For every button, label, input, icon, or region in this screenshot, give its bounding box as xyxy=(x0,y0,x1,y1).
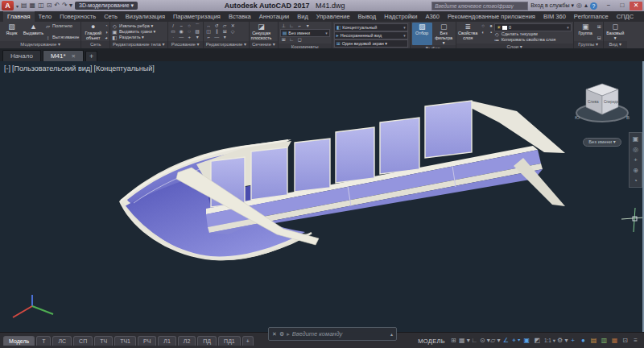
app-menu-button[interactable]: A xyxy=(2,1,14,10)
ucs-more-icon[interactable]: ▾ xyxy=(304,23,312,29)
spline-icon[interactable]: — xyxy=(178,35,185,40)
ungroup-icon[interactable]: ⊟ xyxy=(597,35,601,40)
panel-modeling-label[interactable]: Моделирование ▾ xyxy=(0,41,80,48)
window-panel[interactable] xyxy=(380,118,419,174)
ucs-name-dropdown[interactable]: ▤ Без имени ▾ xyxy=(280,29,330,37)
match-layer-button[interactable]: ≔ Копировать свойства слоя xyxy=(494,37,572,43)
ribbon-tab[interactable]: Аннотации xyxy=(255,11,294,22)
pan-icon[interactable]: ◎ xyxy=(633,146,638,153)
panel-section-label[interactable]: Сечение ▾ xyxy=(250,41,278,48)
ribbon-tab[interactable]: Главная xyxy=(3,11,35,22)
signin-button[interactable]: Вход в службы ▾ xyxy=(530,2,574,9)
group-button[interactable]: ▣ Группа xyxy=(576,23,596,41)
panel-mesh-label[interactable]: Сеть xyxy=(81,41,109,48)
zoom-icon[interactable]: + xyxy=(634,156,638,164)
ribbon-tab[interactable]: СПДС xyxy=(613,11,638,22)
ribbon-tab[interactable]: Рекомендованные приложения xyxy=(444,11,539,22)
file-tab-start[interactable]: Начало xyxy=(2,50,41,61)
orbit-icon[interactable]: ⊕ xyxy=(633,167,638,174)
window-panel[interactable] xyxy=(295,139,330,192)
viewport-view-control[interactable]: [Пользовательский вид] xyxy=(12,64,92,72)
ribbon-tab[interactable]: Performance xyxy=(570,11,613,22)
draw-more-icon[interactable]: ▾ xyxy=(194,35,201,40)
command-line[interactable]: ✕ ⚙ ▸ Введите команду ▴ xyxy=(268,327,397,341)
minimize-button[interactable]: − xyxy=(602,2,615,10)
save-icon[interactable]: ◫ xyxy=(38,1,44,10)
qnew-icon[interactable]: ▤ xyxy=(21,1,27,10)
trim-icon[interactable]: ▱ xyxy=(221,23,229,29)
panel-solid-editing-label[interactable]: Редактирование тела ▾ xyxy=(110,41,167,48)
layout-tab[interactable]: ЛС xyxy=(52,336,72,346)
viewport-style-control[interactable]: [Концептуальный] xyxy=(93,64,154,72)
separate-button[interactable]: ◧ Разделить ▾ xyxy=(112,35,155,40)
hardware-acceleration-icon[interactable]: ● xyxy=(578,334,588,348)
ribbon-tab[interactable]: Надстройки xyxy=(380,11,421,22)
copy-icon[interactable]: ◫ xyxy=(205,29,213,35)
capture-icon[interactable]: ▥ xyxy=(599,334,609,348)
array-icon[interactable]: ⊞ xyxy=(221,29,229,35)
move-icon[interactable]: ↔ xyxy=(205,23,213,29)
ellipse-icon[interactable]: ◉ xyxy=(178,29,185,35)
ribbon-tab[interactable]: Поверхность xyxy=(56,11,100,22)
mesh-crease-icon[interactable]: ◑ xyxy=(105,30,108,35)
new-drawing-button[interactable]: + xyxy=(85,51,97,61)
viewcube[interactable]: Ю В Слева Спереди Без имени ▾ xyxy=(568,79,636,147)
dynamic-input-icon[interactable]: ▣ xyxy=(522,334,532,348)
mesh-refine-icon[interactable]: ◔ xyxy=(105,23,108,28)
polysolid-button[interactable]: ▱ Политело xyxy=(45,23,79,29)
arc-icon[interactable]: ⌒ xyxy=(194,23,201,29)
panel-view-base-label[interactable]: Вид ▾ xyxy=(604,41,627,48)
offset-icon[interactable]: ⌐ xyxy=(205,35,213,40)
panel-modify-label[interactable]: Редактирование ▾ xyxy=(204,41,249,48)
grid-icon[interactable]: ⊞ xyxy=(448,334,459,348)
layout-tab[interactable]: Л1 xyxy=(158,336,176,346)
ucs-icon[interactable]: ⊥ xyxy=(280,23,287,29)
workspace-switching-icon[interactable]: ⚙ ▾ xyxy=(557,334,568,348)
command-close-icon[interactable]: ✕ xyxy=(272,331,277,338)
ribbon-tab[interactable]: BIM 360 xyxy=(539,11,570,22)
exchange-apps-icon[interactable]: ◎ xyxy=(576,1,582,10)
ribbon-tab[interactable]: Вставка xyxy=(225,11,255,22)
named-view-dropdown[interactable]: ▸ Несохраненный вид ▾ xyxy=(334,31,408,39)
viewport-minimize-control[interactable]: [-] xyxy=(4,64,10,72)
workspace-dropdown[interactable]: 3D-моделирование ▾ xyxy=(75,2,138,10)
ucs-world-icon[interactable]: ∟ xyxy=(288,23,295,29)
drawing-canvas[interactable]: [-] [Пользовательский вид] [Концептуальн… xyxy=(0,61,644,332)
command-input[interactable]: Введите команду xyxy=(292,330,388,338)
isodraft-icon[interactable]: ▱ ▾ xyxy=(490,334,501,348)
layout-tab-model[interactable]: Модель xyxy=(3,336,35,346)
rectangle-icon[interactable]: ▭ xyxy=(170,29,177,35)
model-space-label[interactable]: МОДЕЛЬ xyxy=(418,338,445,345)
section-plane-button[interactable]: ◪ Секущая плоскость xyxy=(251,23,271,41)
layout-tab[interactable]: ПД1 xyxy=(218,336,241,346)
extrude-button[interactable]: ▲ Выдавить xyxy=(23,23,43,41)
mesh-more-icon[interactable]: ◕ xyxy=(105,35,108,40)
smooth-object-button[interactable]: ● Гладкий объект xyxy=(83,23,103,41)
visual-style-dropdown[interactable]: ◧ Концептуальный ▾ xyxy=(334,23,408,31)
app-menu-arrow-icon[interactable]: ▾ xyxy=(16,3,19,9)
ribbon-tab[interactable]: Вывод xyxy=(354,11,381,22)
presspull-button[interactable]: ↕ Вытягивание xyxy=(45,35,79,40)
compass-east-label[interactable]: В xyxy=(626,115,630,120)
panel-groups-label[interactable]: Группы ▾ xyxy=(574,41,603,48)
plot-icon[interactable]: ⊡ xyxy=(47,1,52,10)
revcloud-icon[interactable]: ◌ xyxy=(186,29,193,35)
close-button[interactable]: ✕ xyxy=(630,2,642,10)
mirror-icon[interactable]: ∥ xyxy=(213,29,221,35)
layer-off-icon[interactable]: ○ xyxy=(480,23,487,29)
undo-icon[interactable]: ↶ xyxy=(54,1,60,10)
ribbon-tab[interactable]: Визуализация xyxy=(122,11,169,22)
layer-lock-icon[interactable]: ◐ xyxy=(480,30,487,35)
layout-tab[interactable]: РЧ xyxy=(138,336,156,346)
erase-icon[interactable]: ✕ xyxy=(229,23,237,29)
layer-dropdown[interactable]: ☀ 0 ▾ xyxy=(494,23,572,31)
command-tools-icon[interactable]: ⚙ xyxy=(279,331,284,338)
viewport-config-dropdown[interactable]: ⊞ Один видовой экран ▾ xyxy=(334,39,408,48)
box-button[interactable]: ▧ Ящик xyxy=(2,23,22,41)
ribbon-tab[interactable]: Тело xyxy=(35,11,56,22)
selection-cycling-icon[interactable]: ◩ xyxy=(532,334,543,348)
centerline-icon[interactable]: + xyxy=(186,35,193,40)
command-recent-icon[interactable]: ▸ xyxy=(287,331,290,338)
polar-tracking-icon[interactable]: ⊙ ▾ xyxy=(480,334,490,348)
ucs-view-icon[interactable]: ◻ xyxy=(296,37,303,43)
